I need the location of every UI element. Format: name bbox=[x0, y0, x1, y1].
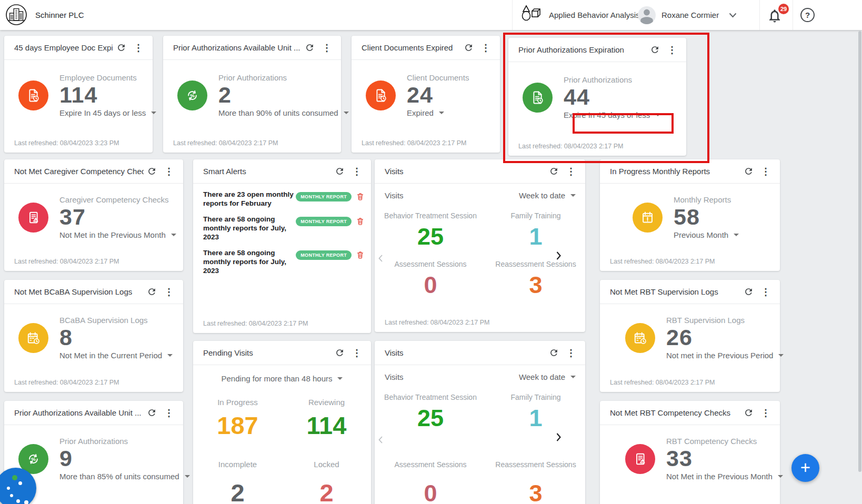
kebab-menu-button[interactable]: ⋮ bbox=[129, 42, 147, 54]
metric-value: 33 bbox=[666, 446, 783, 470]
refresh-button[interactable] bbox=[740, 406, 757, 419]
delete-alert-button[interactable] bbox=[356, 250, 365, 260]
stat-value: 3 bbox=[486, 273, 585, 297]
kebab-menu-button[interactable]: ⋮ bbox=[348, 165, 366, 178]
carousel-next-button[interactable] bbox=[553, 430, 564, 446]
org-selector[interactable]: Applied Behavior Analysis bbox=[513, 0, 655, 30]
card-prior-auth-expiration: Prior Authorizations Expiration ⋮ Prior … bbox=[508, 38, 686, 156]
period-dropdown[interactable]: Week to date bbox=[519, 372, 576, 381]
filter-dropdown[interactable]: Not Met in the Previous Month bbox=[666, 472, 783, 481]
pending-stat: Locked2 bbox=[282, 438, 371, 504]
caret-down-icon bbox=[778, 475, 783, 478]
visit-stat: Assessment Sessions0 bbox=[375, 248, 486, 297]
metric-label: Employee Documents bbox=[59, 73, 156, 82]
kebab-menu-button[interactable]: ⋮ bbox=[160, 165, 178, 178]
stat-value: 1 bbox=[486, 406, 585, 430]
filter-dropdown[interactable]: Not Met in the Current Period bbox=[59, 351, 173, 360]
dashboard-page: Schinner PLC Applied Behavior Analysis R… bbox=[0, 0, 862, 504]
card-45-days-employee-doc-expiration: 45 days Employee Doc Expiration ⋮ Employ… bbox=[4, 36, 153, 153]
carousel-next-button[interactable] bbox=[553, 249, 564, 264]
svg-text:%: % bbox=[31, 456, 36, 462]
visit-stat: Assessment Sessions0 bbox=[375, 430, 486, 504]
stat-value: 0 bbox=[375, 481, 486, 504]
stat-value: 25 bbox=[375, 406, 486, 430]
carousel-prev-button[interactable] bbox=[375, 252, 386, 266]
refresh-button[interactable] bbox=[460, 41, 477, 54]
notifications-button[interactable]: 29 bbox=[766, 6, 785, 25]
filter-dropdown[interactable]: More than 90% of units consumed bbox=[218, 108, 349, 117]
caret-down-icon bbox=[734, 234, 739, 236]
filter-dropdown[interactable]: Expired bbox=[407, 108, 444, 117]
scrollbar-thumb[interactable] bbox=[858, 31, 861, 472]
header-divider bbox=[759, 0, 760, 30]
metric-label: Caregiver Competency Checks bbox=[59, 195, 176, 204]
card-title: Visits bbox=[385, 167, 546, 176]
calendar-clock-icon bbox=[18, 323, 48, 353]
stat-value: 187 bbox=[193, 413, 282, 438]
card-title: 45 days Employee Doc Expiration bbox=[14, 43, 113, 52]
kebab-menu-button[interactable]: ⋮ bbox=[348, 347, 366, 359]
add-button[interactable]: + bbox=[791, 454, 819, 482]
card-smart-alerts: Smart Alerts ⋮ There are 23 open monthly… bbox=[193, 159, 371, 333]
refresh-button[interactable] bbox=[144, 285, 160, 298]
visit-stat: Reassessment Sessions3 bbox=[486, 430, 585, 504]
refresh-button[interactable] bbox=[647, 43, 663, 56]
kebab-menu-button[interactable]: ⋮ bbox=[318, 42, 336, 54]
visit-stat: Behavior Treatment Session25 bbox=[375, 200, 486, 248]
plus-icon: + bbox=[800, 459, 810, 476]
divider bbox=[193, 365, 371, 365]
refresh-button[interactable] bbox=[546, 346, 562, 359]
kebab-menu-button[interactable]: ⋮ bbox=[757, 286, 775, 298]
visit-stat: Reassessment Sessions3 bbox=[486, 248, 585, 297]
period-dropdown[interactable]: Week to date bbox=[519, 191, 576, 200]
kebab-menu-button[interactable]: ⋮ bbox=[757, 407, 775, 419]
filter-dropdown[interactable]: Not Met in the Previous Month bbox=[59, 230, 176, 239]
user-menu[interactable]: Roxane Cormier bbox=[638, 0, 737, 30]
carousel-prev-button[interactable] bbox=[375, 434, 386, 448]
metric-value: 114 bbox=[59, 83, 156, 107]
card-client-documents-expired: Client Documents Expired ⋮ Client Docume… bbox=[352, 36, 500, 153]
refresh-button[interactable] bbox=[332, 346, 348, 359]
kebab-menu-button[interactable]: ⋮ bbox=[757, 165, 775, 178]
caret-down-icon bbox=[337, 377, 343, 380]
caret-down-icon bbox=[570, 376, 576, 378]
refresh-button[interactable] bbox=[113, 41, 129, 54]
kebab-menu-button[interactable]: ⋮ bbox=[160, 407, 178, 419]
alert-type-badge: MONTHLY REPORT bbox=[296, 250, 352, 260]
stat-value: 25 bbox=[375, 225, 486, 248]
filter-dropdown[interactable]: Not met in the Previous Period bbox=[666, 351, 784, 360]
card-title: Pending Visits bbox=[203, 348, 332, 357]
filter-dropdown[interactable]: Expire In 45 days or less bbox=[564, 110, 660, 119]
refresh-button[interactable] bbox=[740, 285, 757, 298]
refresh-button[interactable] bbox=[740, 165, 757, 178]
pending-filter-dropdown[interactable]: Pending for more than 48 hours bbox=[193, 374, 371, 383]
kebab-menu-button[interactable]: ⋮ bbox=[663, 44, 681, 56]
stat-value: 114 bbox=[282, 413, 371, 438]
delete-alert-button[interactable] bbox=[356, 216, 365, 226]
refresh-button[interactable] bbox=[546, 165, 562, 178]
alert-item: There are 58 ongoing monthly reports for… bbox=[203, 248, 365, 275]
visit-stat: Behavior Treatment Session25 bbox=[375, 381, 486, 430]
widget-dot bbox=[24, 500, 28, 504]
kebab-menu-button[interactable]: ⋮ bbox=[562, 347, 580, 359]
filter-dropdown[interactable]: Previous Month bbox=[674, 230, 739, 239]
refresh-button[interactable] bbox=[144, 165, 160, 178]
filter-dropdown[interactable]: More than 85% of units consumed bbox=[59, 472, 190, 481]
caret-down-icon bbox=[167, 354, 173, 357]
widget-dot bbox=[16, 499, 20, 503]
brand: Schinner PLC bbox=[5, 4, 84, 26]
kebab-menu-button[interactable]: ⋮ bbox=[160, 286, 178, 298]
kebab-menu-button[interactable]: ⋮ bbox=[477, 42, 495, 54]
refresh-button[interactable] bbox=[302, 41, 318, 54]
last-refreshed: Last refreshed: 08/04/2023 2:17 PM bbox=[518, 143, 623, 150]
refresh-button[interactable] bbox=[144, 406, 160, 419]
refresh-button[interactable] bbox=[332, 165, 348, 178]
card-not-met-rbt-competency-checks: Not Met RBT Competency Checks ⋮ RBT Comp… bbox=[600, 401, 780, 504]
caret-down-icon bbox=[344, 112, 349, 114]
kebab-menu-button[interactable]: ⋮ bbox=[562, 165, 580, 178]
delete-alert-button[interactable] bbox=[356, 191, 365, 201]
help-button[interactable]: ? bbox=[800, 8, 815, 22]
filter-dropdown[interactable]: Expire In 45 days or less bbox=[59, 108, 156, 117]
metric-label: Monthly Reports bbox=[674, 195, 739, 204]
metric-value: 9 bbox=[59, 446, 190, 470]
